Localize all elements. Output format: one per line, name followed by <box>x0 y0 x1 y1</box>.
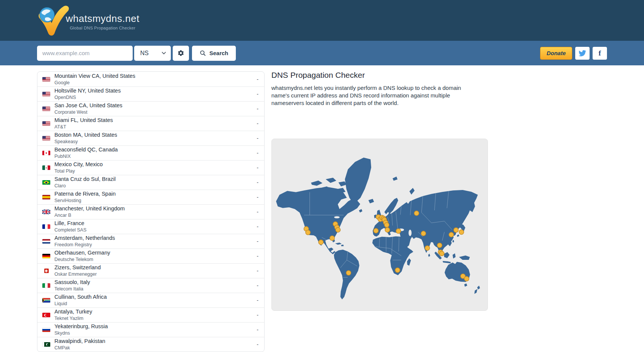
server-location: Mexico City, Mexico <box>54 161 103 168</box>
country-flag-icon <box>42 313 50 317</box>
server-result: - <box>257 268 264 274</box>
dns-server-marker <box>330 236 335 241</box>
gear-icon <box>177 49 184 57</box>
country-flag-icon <box>42 254 50 258</box>
search-button-label: Search <box>209 50 228 56</box>
server-provider: Freedom Registry <box>54 242 115 247</box>
server-row: Rawalpindi, Pakistan CMPak - <box>37 337 264 352</box>
dns-server-marker <box>346 270 351 275</box>
server-result: - <box>257 194 264 200</box>
server-location: Yekaterinburg, Russia <box>54 323 108 330</box>
server-location: Antalya, Turkey <box>54 309 92 315</box>
server-row: Paterna de Rivera, Spain ServiHosting - <box>37 190 264 204</box>
country-flag-icon <box>42 210 50 214</box>
server-result: - <box>257 179 264 185</box>
server-result: - <box>257 165 264 171</box>
server-result: - <box>257 297 264 303</box>
twitter-button[interactable] <box>575 47 590 60</box>
server-provider: OpenDNS <box>54 95 121 100</box>
country-flag-icon <box>42 77 50 82</box>
server-result: - <box>257 312 264 318</box>
top-header: whatsmydns.net Global DNS Propagation Ch… <box>0 0 644 41</box>
country-flag-icon <box>42 121 50 126</box>
server-row: Yekaterinburg, Russia Skydns - <box>37 322 264 337</box>
server-location: Sassuolo, Italy <box>54 279 90 286</box>
dns-server-marker <box>384 222 389 227</box>
server-row: Amsterdam, Netherlands Freedom Registry … <box>37 234 264 249</box>
facebook-button[interactable]: f <box>593 47 607 60</box>
server-location: Oberhausen, Germany <box>54 250 110 256</box>
dns-server-marker <box>449 232 454 237</box>
server-result: - <box>257 209 264 215</box>
country-flag-icon <box>42 107 50 111</box>
dns-server-marker <box>306 230 311 235</box>
brand-logo-link[interactable]: whatsmydns.net Global DNS Propagation Ch… <box>36 4 139 37</box>
world-map-svg <box>272 139 488 310</box>
dns-server-marker <box>385 227 390 232</box>
country-flag-icon <box>42 92 50 96</box>
world-map <box>271 139 488 311</box>
main-content: Mountain View CA, United States Google -… <box>0 65 644 352</box>
dns-server-marker <box>459 230 464 235</box>
server-row: San Jose CA, United States Corporate Wes… <box>37 101 264 116</box>
page-description: whatsmydns.net lets you instantly perfor… <box>271 84 463 107</box>
country-flag-icon <box>42 165 50 170</box>
options-button[interactable] <box>173 46 189 61</box>
server-location: Miami FL, United States <box>54 117 113 124</box>
domain-search-input[interactable] <box>37 46 133 61</box>
server-result: - <box>257 283 264 289</box>
server-row: Sassuolo, Italy Telecom Italia - <box>37 278 264 293</box>
country-flag-icon <box>42 151 50 155</box>
dns-server-marker <box>395 268 400 273</box>
server-result: - <box>257 106 264 112</box>
server-provider: AT&T <box>54 124 113 130</box>
server-provider: ServiHosting <box>54 198 116 203</box>
server-row: Oberhausen, Germany Deutsche Telekom - <box>37 249 264 263</box>
server-list: Mountain View CA, United States Google -… <box>37 71 265 352</box>
country-flag-icon <box>42 342 50 347</box>
donate-button[interactable]: Donate <box>540 47 572 60</box>
country-flag-icon <box>42 239 50 244</box>
server-row: Manchester, United Kingdom Ancar B - <box>37 204 264 219</box>
server-provider: Completel SAS <box>54 227 87 233</box>
server-location: Zizers, Switzerland <box>54 264 101 271</box>
server-row: Holtsville NY, United States OpenDNS - <box>37 86 264 101</box>
server-row: Lille, France Completel SAS - <box>37 219 264 234</box>
server-row: Mexico City, Mexico Total Play - <box>37 160 264 175</box>
dns-server-marker <box>396 228 401 233</box>
server-row: Mountain View CA, United States Google - <box>37 72 264 86</box>
dns-server-marker <box>464 276 469 281</box>
info-column: DNS Propagation Checker whatsmydns.net l… <box>271 70 489 352</box>
server-location: Mountain View CA, United States <box>54 73 135 79</box>
server-location: Lille, France <box>54 220 87 227</box>
server-row: Cullinan, South Africa Liquid - <box>37 293 264 307</box>
server-provider: PubNIX <box>54 154 118 159</box>
dns-server-marker <box>421 231 426 236</box>
server-provider: Teknet Yazlim <box>54 316 92 321</box>
server-location: Holtsville NY, United States <box>54 88 121 94</box>
brand-name: whatsmydns.net <box>66 13 139 25</box>
server-provider: Oskar Emmenegger <box>54 272 101 277</box>
record-type-select[interactable]: NS <box>134 46 171 61</box>
page-title: DNS Propagation Checker <box>271 70 489 80</box>
brand-tagline: Global DNS Propagation Checker <box>66 26 139 30</box>
server-result: - <box>257 150 264 156</box>
server-location: Paterna de Rivera, Spain <box>54 191 116 197</box>
server-row: Boston MA, United States Speakeasy - <box>37 131 264 145</box>
dns-server-marker <box>437 243 442 248</box>
twitter-icon <box>579 49 586 57</box>
server-location: Santa Cruz do Sul, Brazil <box>54 176 116 182</box>
server-provider: Corporate West <box>54 110 122 115</box>
search-button[interactable]: Search <box>192 46 236 61</box>
dns-server-marker <box>425 245 430 250</box>
dns-server-marker <box>440 251 444 256</box>
chevron-down-icon <box>162 52 166 54</box>
dns-server-marker <box>336 227 341 232</box>
facebook-icon: f <box>599 49 601 57</box>
server-location: San Jose CA, United States <box>54 102 122 109</box>
server-location: Amsterdam, Netherlands <box>54 235 115 241</box>
server-row: Miami FL, United States AT&T - <box>37 116 264 131</box>
country-flag-icon <box>42 283 50 288</box>
dns-server-marker <box>374 228 379 233</box>
country-flag-icon <box>42 224 50 229</box>
